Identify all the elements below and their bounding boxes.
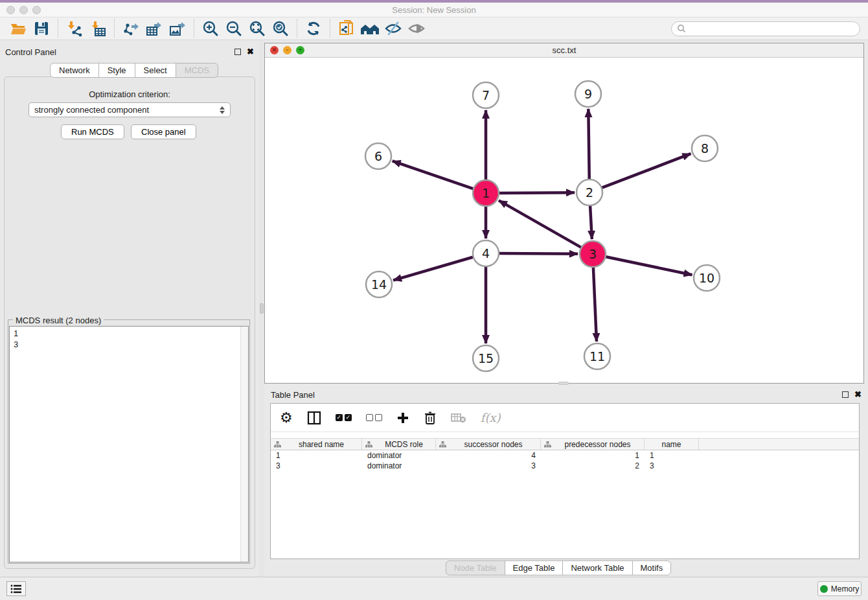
graph-edge-2-3[interactable] xyxy=(590,204,592,239)
graph-edge-1-2[interactable] xyxy=(497,192,575,193)
close-window-icon[interactable] xyxy=(6,6,15,14)
network-view-window: ✕ − + scc.txt 7968124314101511 xyxy=(264,43,864,384)
graph-edge-2-9[interactable] xyxy=(588,109,589,181)
save-session-button[interactable] xyxy=(30,19,53,38)
table-cell[interactable]: 1 xyxy=(541,451,645,460)
table-cell[interactable]: 1 xyxy=(645,451,699,460)
tab-edge-table[interactable]: Edge Table xyxy=(505,560,564,575)
table-row[interactable]: 1dominator411 xyxy=(271,450,859,461)
tab-mcds[interactable]: MCDS xyxy=(176,63,218,78)
table-cell[interactable]: 3 xyxy=(271,461,362,470)
float-panel-icon[interactable] xyxy=(234,49,241,55)
column-header-shared-name[interactable]: shared name xyxy=(271,439,362,450)
table-cell[interactable]: dominator xyxy=(362,461,436,470)
search-box[interactable] xyxy=(671,21,860,36)
close-table-panel-icon[interactable]: ✖ xyxy=(854,391,862,398)
column-header-label: predecessor nodes xyxy=(551,440,644,449)
mcds-result-textarea[interactable]: 1 3 xyxy=(9,326,249,562)
show-eye-icon xyxy=(407,20,426,37)
graph-edge-4-14[interactable] xyxy=(393,257,475,281)
table-row[interactable]: 3dominator323 xyxy=(271,461,859,471)
close-panel-button[interactable]: Close panel xyxy=(131,124,196,139)
tab-network[interactable]: Network xyxy=(50,63,99,78)
network-title: scc.txt xyxy=(265,45,863,55)
float-table-panel-icon[interactable] xyxy=(842,391,849,398)
select-all-columns-button[interactable]: ✓ ✓ xyxy=(336,414,352,421)
graph-node-label-10: 10 xyxy=(699,271,714,285)
delete-table-button[interactable] xyxy=(451,412,466,424)
tab-motifs[interactable]: Motifs xyxy=(632,560,672,575)
graph-edge-3-10[interactable] xyxy=(604,257,692,275)
network-window-titlebar[interactable]: ✕ − + scc.txt xyxy=(265,43,863,58)
delete-column-button[interactable] xyxy=(424,411,437,425)
toggle-columns-button[interactable] xyxy=(307,411,321,425)
toolbar-separator xyxy=(58,19,58,38)
minimize-window-icon[interactable] xyxy=(19,6,28,14)
zoom-in-button[interactable] xyxy=(199,19,222,38)
table-cell[interactable]: 2 xyxy=(541,461,645,470)
zoom-selected-button[interactable] xyxy=(269,19,292,38)
graph-edge-1-6[interactable] xyxy=(393,161,475,189)
network-graph[interactable]: 7968124314101511 xyxy=(265,58,863,383)
unselect-all-columns-button[interactable] xyxy=(366,414,382,421)
tab-node-table[interactable]: Node Table xyxy=(446,560,505,575)
result-scrollbar[interactable] xyxy=(240,327,248,562)
new-network-from-selection-button[interactable] xyxy=(335,19,358,38)
import-network-icon xyxy=(66,20,83,37)
refresh-layout-icon xyxy=(305,20,322,37)
column-header-MCDS-role[interactable]: MCDS role xyxy=(362,439,436,450)
graph-edge-4-3[interactable] xyxy=(497,253,578,254)
zoom-out-button[interactable] xyxy=(222,19,246,38)
graph-node-label-4: 4 xyxy=(482,246,490,260)
graph-edge-2-8[interactable] xyxy=(600,154,691,188)
export-network-icon xyxy=(122,20,139,37)
run-mcds-button[interactable]: Run MCDS xyxy=(61,124,124,139)
show-all-button[interactable] xyxy=(405,19,428,38)
criterion-dropdown[interactable]: strongly connected component xyxy=(29,102,231,117)
table-cell[interactable]: 4 xyxy=(436,451,541,460)
function-builder-button[interactable]: f(x) xyxy=(481,411,501,424)
graph-node-label-9: 9 xyxy=(584,87,592,101)
criterion-value: strongly connected component xyxy=(34,105,149,115)
table-cell[interactable]: 3 xyxy=(436,461,541,470)
export-image-button[interactable] xyxy=(166,19,189,38)
control-panel-header: Control Panel ✖ xyxy=(5,45,254,58)
export-table-button[interactable] xyxy=(143,19,166,38)
task-history-button[interactable] xyxy=(6,581,26,596)
zoom-window-icon[interactable] xyxy=(32,6,41,14)
graph-node-label-7: 7 xyxy=(482,88,490,102)
horizontal-splitter-handle[interactable] xyxy=(558,382,569,385)
search-input[interactable] xyxy=(689,24,854,33)
create-column-button[interactable] xyxy=(396,411,409,424)
graph-edge-3-1[interactable] xyxy=(499,200,582,248)
import-table-button[interactable] xyxy=(86,19,109,38)
table-settings-button[interactable]: ⚙ xyxy=(280,410,293,426)
table-cell[interactable]: 1 xyxy=(271,451,362,460)
close-panel-icon[interactable]: ✖ xyxy=(247,49,254,55)
import-network-button[interactable] xyxy=(63,19,86,38)
column-header-predecessor-nodes[interactable]: predecessor nodes xyxy=(541,439,645,450)
vertical-splitter-handle[interactable] xyxy=(260,303,264,314)
mcds-result-legend: MCDS result (2 nodes) xyxy=(13,316,104,325)
column-header-label: name xyxy=(645,440,698,449)
memory-status-icon xyxy=(820,585,828,593)
open-session-button[interactable] xyxy=(6,19,30,38)
table-cell[interactable]: dominator xyxy=(362,451,436,460)
graph-node-label-2: 2 xyxy=(586,185,593,200)
tab-select[interactable]: Select xyxy=(135,63,176,78)
tab-style[interactable]: Style xyxy=(98,63,135,78)
tab-network-table[interactable]: Network Table xyxy=(562,560,632,575)
control-panel-tabs: Network Style Select MCDS xyxy=(50,63,218,78)
zoom-fit-button[interactable] xyxy=(246,19,269,38)
zoom-selected-icon xyxy=(272,20,289,37)
table-cell[interactable]: 3 xyxy=(645,461,699,470)
column-header-name[interactable]: name xyxy=(645,439,699,450)
memory-button[interactable]: Memory xyxy=(817,581,862,596)
checked-box-icon: ✓ xyxy=(336,414,343,421)
first-neighbors-button[interactable] xyxy=(358,19,382,38)
hide-selected-button[interactable] xyxy=(382,19,405,38)
apply-layout-button[interactable] xyxy=(302,19,325,38)
graph-edge-3-11[interactable] xyxy=(593,266,597,341)
column-header-successor-nodes[interactable]: successor nodes xyxy=(436,439,541,450)
export-network-button[interactable] xyxy=(119,19,143,38)
